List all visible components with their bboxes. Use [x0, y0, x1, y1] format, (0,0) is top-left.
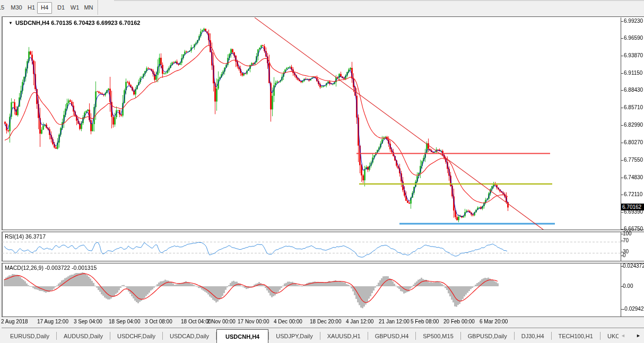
rsi-scale-label: 100 [623, 231, 632, 236]
time-axis-label: 3 Oct 08:00 [145, 319, 172, 324]
timeframe-button-M30[interactable]: M30 [8, 2, 24, 13]
macd-scale-label: 0.024372 [623, 263, 644, 269]
price-axis-label: 6.72110 [624, 191, 642, 197]
symbol-tab-gbpusd-daily[interactable]: GBPUSD,Daily [461, 329, 514, 343]
price-axis-label: 6.82990 [624, 122, 643, 128]
symbol-tab-sp500-m15[interactable]: SP500,M15 [416, 329, 460, 343]
time-axis-label: 6 Mar 20:00 [480, 319, 508, 324]
chart-title-text: USDCNH,H4 6.70135 6.70423 6.69923 6.7016… [15, 20, 140, 26]
timeframe-button-MN[interactable]: MN [81, 2, 96, 13]
rsi-indicator-label: RSI(14) 36.3717 [5, 233, 46, 240]
timeframe-button-15[interactable]: 15 [0, 2, 5, 13]
main-rsi-divider[interactable] [2, 230, 644, 232]
window-bottom-border [2, 328, 644, 328]
time-axis-label: 5 Feb 08:00 [411, 319, 439, 324]
macd-indicator-label: MACD(12,26,9) -0.003722 -0.001315 [5, 265, 97, 271]
price-axis-label: 6.93870 [624, 52, 643, 58]
time-axis-label: 20 Feb 00:00 [443, 319, 475, 324]
mt4-terminal: { "toolbar": { "timeframes": ["15", "M30… [0, 0, 644, 343]
price-axis-label: 6.85710 [624, 104, 643, 110]
time-axis-label: 2 Aug 2018 [1, 319, 28, 324]
macd-scale-label: -0.029423 [623, 306, 644, 312]
symbol-tab-gbpusd-h4[interactable]: GBPUSD,H4 [368, 329, 416, 343]
symbol-tabs: EURUSD,DailyAUDUSD,DailyUSDCHF,DailyUSDC… [3, 329, 626, 343]
time-axis-label: 17 Aug 12:00 [37, 319, 68, 324]
timeframe-button-W1[interactable]: W1 [68, 2, 82, 13]
timeframe-button-D1[interactable]: D1 [55, 2, 67, 13]
tab-scroll-right-icon[interactable]: ► [636, 333, 641, 338]
current-price-tag: 6.70162 [621, 204, 644, 210]
symbol-tab-tech100-h1[interactable]: TECH100,H1 [552, 329, 600, 343]
time-axis-label: 2 Nov 00:00 [207, 319, 236, 324]
symbol-tab-bar: EURUSD,DailyAUDUSD,DailyUSDCHF,DailyUSDC… [0, 329, 644, 343]
price-axis-label: 6.96590 [624, 35, 643, 41]
rsi-macd-divider[interactable] [2, 261, 644, 263]
time-axis-label: 17 Nov 00:00 [238, 319, 269, 324]
rsi-scale-label: 0 [623, 252, 626, 258]
time-axis-label: 18 Sep 04:00 [109, 319, 141, 324]
symbol-tab-usdcnh-h4[interactable]: USDCNH,H4 [216, 329, 268, 343]
timeframe-button-H1[interactable]: H1 [25, 2, 38, 13]
timeframe-toolbar: 15M30H1H4D1W1MN [0, 0, 644, 16]
tab-scroll-left-icon[interactable]: ◄ [621, 333, 625, 338]
time-axis-label: 18 Dec 20:00 [310, 319, 342, 324]
symbol-tab-usdchf-daily[interactable]: USDCHF,Daily [110, 329, 162, 343]
timeframe-button-H4[interactable]: H4 [37, 2, 52, 14]
price-axis-label: 6.74830 [624, 174, 643, 180]
symbol-tab-xauusd-h1[interactable]: XAUUSD,H1 [320, 329, 368, 343]
price-chart-canvas[interactable] [0, 0, 644, 343]
time-axis-label: 21 Jan 12:00 [379, 319, 410, 324]
symbol-tab-dj30-h4[interactable]: DJ30,H4 [515, 329, 551, 343]
symbol-tab-eurusd-daily[interactable]: EURUSD,Daily [3, 329, 56, 343]
macd-scale-label: 0.00 [623, 283, 633, 289]
price-axis-label: 6.77550 [624, 157, 643, 163]
symbol-tab-usdcad-daily[interactable]: USDCAD,Daily [163, 329, 216, 343]
chart-dropdown-icon[interactable]: ▼ [8, 21, 13, 25]
price-axis-label: 6.80270 [624, 139, 643, 145]
symbol-tab-usdjpy-daily[interactable]: USDJPY,Daily [269, 329, 320, 343]
time-axis-label: 3 Sep 04:00 [74, 319, 102, 324]
time-axis-label: 4 Dec 00:00 [274, 319, 302, 324]
toolbar-separator [98, 0, 99, 15]
tab-scroll-buttons: ◄ ► [619, 329, 643, 342]
price-axis-label: 6.99230 [624, 18, 643, 24]
toolbar-groove [114, 1, 644, 2]
chart-title: ▼USDCNH,H4 6.70135 6.70423 6.69923 6.701… [8, 20, 140, 26]
price-axis-label: 6.91150 [624, 70, 642, 76]
rsi-scale-label: 70 [623, 238, 629, 243]
price-axis-label: 6.88430 [624, 87, 643, 93]
time-axis-label: 4 Jan 12:00 [346, 319, 373, 324]
symbol-tab-audusd-daily[interactable]: AUDUSD,Daily [57, 329, 110, 343]
